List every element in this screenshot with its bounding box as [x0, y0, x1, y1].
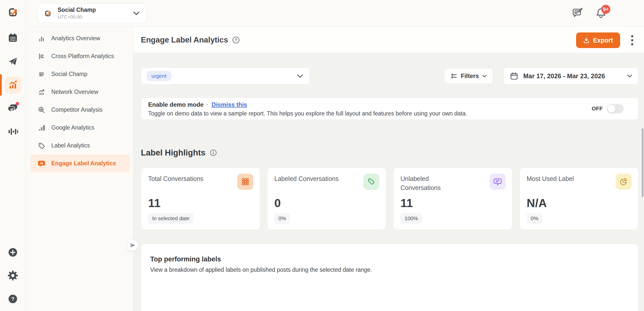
lines-icon: [38, 70, 45, 78]
label-filter-select[interactable]: urgent: [141, 67, 310, 85]
top-performing-description: View a breakdown of applied labels on pu…: [150, 266, 629, 273]
main-content: urgent Filters Mar 17,: [133, 53, 644, 311]
calendar-icon[interactable]: [8, 33, 18, 43]
compose-feedback-icon[interactable]: [572, 7, 583, 19]
top-performing-labels-card: Top performing labels View a breakdown o…: [141, 244, 638, 311]
sidebar-item-label: Analytics Overview: [51, 35, 100, 42]
notification-count-badge: 9+: [601, 5, 610, 14]
card-title: Total Conversations: [148, 174, 215, 183]
filter-row: urgent Filters Mar 17,: [141, 67, 638, 85]
demo-mode-toggle[interactable]: [607, 104, 624, 113]
total-conversations-card: Total Conversations 11 In selected date: [141, 167, 260, 230]
card-title: Unlabeled Conversations: [400, 174, 467, 192]
date-range-picker[interactable]: Mar 17, 2026 - Mar 23, 2026: [504, 67, 638, 85]
page-title: Engage Label Analytics: [141, 35, 228, 45]
filters-label: Filters: [461, 72, 479, 80]
icon-rail: ?: [0, 0, 26, 311]
sidebar-item-analytics-overview[interactable]: Analytics Overview: [26, 29, 133, 47]
svg-text:?: ?: [11, 296, 15, 302]
engage-bubble-icon: [38, 160, 45, 167]
sidebar-item-engage-label-analytics[interactable]: Engage Label Analytics: [30, 154, 130, 172]
highlight-cards: Total Conversations 11 In selected date …: [141, 167, 638, 230]
toggle-state-label: OFF: [592, 105, 603, 112]
tag-icon: [38, 142, 45, 149]
horizontal-bars-icon: [38, 53, 45, 60]
date-range-text: Mar 17, 2026 - Mar 23, 2026: [523, 72, 605, 80]
publish-send-icon[interactable]: [8, 56, 18, 66]
trend-chart-icon: [38, 88, 45, 96]
sidebar-item-label: Cross Platform Analytics: [51, 53, 114, 60]
sidebar-item-label: Social Champ: [51, 71, 87, 77]
demo-banner-title: Enable demo mode: [148, 101, 204, 108]
sidebar-item-google-analytics[interactable]: Google Analytics: [26, 119, 133, 137]
sliders-filter-icon: [450, 72, 457, 80]
filters-button[interactable]: Filters: [444, 68, 493, 84]
unlabeled-conversations-card: Unlabeled Conversations 11 100%: [393, 167, 512, 230]
google-analytics-icon: [38, 124, 45, 132]
chevron-down-icon: [627, 74, 632, 78]
workspace-name: Social Champ: [58, 7, 96, 14]
listening-waveform-icon[interactable]: [8, 127, 18, 137]
label-highlights-heading: Label Highlights: [141, 148, 638, 158]
add-button[interactable]: [8, 247, 18, 257]
card-badge: 100%: [400, 213, 422, 224]
settings-gear-icon[interactable]: [8, 270, 18, 281]
social-champ-logo-icon: [8, 7, 18, 17]
card-badge: 0%: [527, 213, 542, 224]
export-button[interactable]: Export: [576, 32, 620, 48]
sidebar-item-competitor-analysis[interactable]: Competitor Analysis: [26, 101, 133, 119]
section-title: Label Highlights: [141, 148, 206, 158]
demo-mode-banner: Enable demo mode · Dismiss this Toggle o…: [141, 98, 638, 120]
page-header: Engage Label Analytics ? Export: [133, 27, 644, 53]
help-circle-icon[interactable]: ?: [232, 36, 240, 44]
workspace-timezone: UTC+05:00: [58, 14, 96, 20]
more-options-kebab-icon[interactable]: [629, 35, 635, 46]
sidebar-item-label: Engage Label Analytics: [51, 160, 116, 167]
export-label: Export: [593, 37, 613, 44]
engage-chat-icon[interactable]: [8, 103, 18, 113]
sidebar-item-label-analytics[interactable]: Label Analytics: [26, 137, 133, 154]
sidebar-item-label: Network Overview: [51, 89, 98, 95]
sidebar-item-network-overview[interactable]: Network Overview: [26, 83, 133, 101]
notification-dot: [16, 102, 19, 105]
chat-bubble-icon: [490, 174, 506, 190]
card-value: 11: [400, 196, 422, 210]
bar-chart-icon: [38, 35, 45, 42]
card-value: N/A: [527, 196, 547, 210]
pie-chart-icon: [616, 174, 632, 190]
sidebar-item-label: Competitor Analysis: [51, 106, 102, 113]
sidebar-item-label: Label Analytics: [51, 142, 90, 149]
active-rail-indicator: [0, 74, 2, 96]
vertical-scrollbar[interactable]: [642, 128, 643, 197]
dismiss-link[interactable]: Dismiss this: [212, 101, 247, 108]
chevron-down-icon: [297, 74, 303, 78]
analytics-icon-active[interactable]: [8, 80, 18, 90]
selected-label-pill[interactable]: urgent: [147, 71, 171, 81]
sidebar-item-cross-platform-analytics[interactable]: Cross Platform Analytics: [26, 47, 133, 65]
card-value: 11: [148, 196, 193, 210]
svg-text:?: ?: [235, 38, 237, 42]
card-title: Most Used Label: [527, 174, 593, 183]
info-circle-icon[interactable]: [210, 149, 217, 156]
card-badge: In selected date: [148, 213, 193, 224]
tag-icon: [363, 174, 379, 190]
card-value: 0: [274, 196, 290, 210]
magnifier-chart-icon: [38, 106, 45, 114]
analytics-sidebar: Analytics Overview Cross Platform Analyt…: [26, 27, 133, 311]
sidebar-item-social-champ[interactable]: Social Champ: [26, 65, 133, 83]
calendar-outline-icon: [510, 72, 518, 80]
help-button[interactable]: ?: [8, 294, 18, 304]
sidebar-item-label: Google Analytics: [51, 124, 94, 131]
chevron-down-icon: [133, 11, 140, 15]
download-icon: [583, 37, 590, 44]
chevron-down-icon: [482, 75, 487, 77]
grid-icon: [237, 174, 253, 190]
workspace-avatar: [42, 8, 54, 19]
most-used-label-card: Most Used Label N/A 0%: [519, 167, 639, 230]
sidebar-collapse-button[interactable]: [127, 240, 138, 251]
notifications-bell-icon[interactable]: 9+: [595, 7, 607, 19]
collapse-arrow-icon: [130, 242, 136, 248]
separator-dot: ·: [207, 101, 209, 108]
top-bar: Social Champ UTC+05:00 9+: [26, 0, 644, 27]
workspace-selector[interactable]: Social Champ UTC+05:00: [38, 3, 146, 23]
